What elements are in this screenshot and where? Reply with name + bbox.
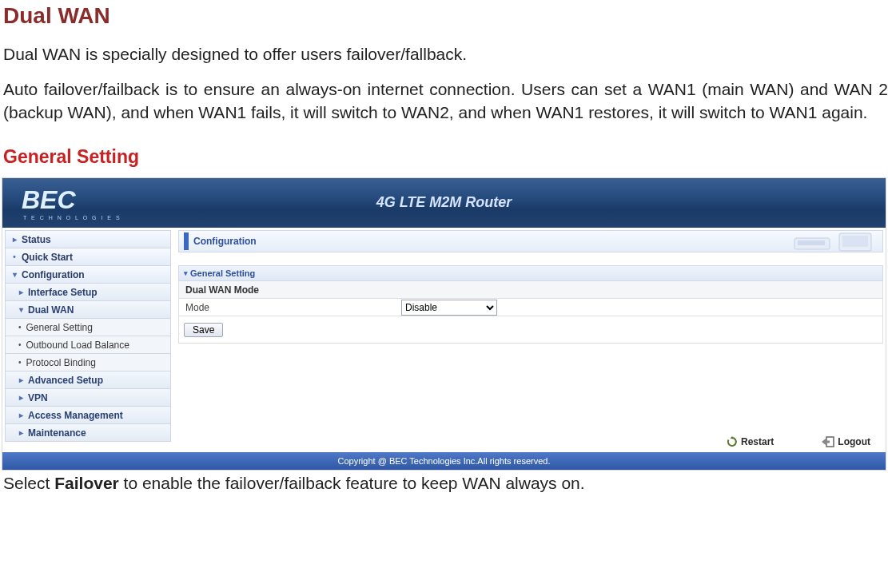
bullet-icon: • — [18, 323, 22, 332]
router-header: BEC T E C H N O L O G I E S 4G LTE M2M R… — [2, 178, 886, 228]
sidebar-item-vpn[interactable]: ▸VPN — [5, 388, 171, 407]
sidebar-item-label: General Setting — [25, 322, 93, 333]
chevron-right-icon: ▸ — [9, 235, 20, 244]
sidebar-item-label: Maintenance — [26, 427, 86, 439]
page-heading: Dual WAN — [3, 3, 888, 29]
row-header: Dual WAN Mode — [178, 281, 883, 299]
mode-label: Mode — [185, 302, 401, 313]
button-row: Save — [178, 316, 883, 344]
sidebar-item-label: Interface Setup — [26, 287, 98, 298]
chevron-right-icon: ▸ — [15, 428, 26, 437]
sidebar-item-status[interactable]: ▸Status — [5, 230, 171, 248]
copyright-bar: Copyright @ BEC Technologies Inc.All rig… — [2, 452, 886, 470]
mode-select[interactable]: Disable — [401, 300, 497, 316]
sidebar-item-configuration[interactable]: ▾Configuration — [5, 265, 171, 284]
bullet-icon: • — [18, 340, 22, 349]
sidebar-item-label: Quick Start — [20, 252, 73, 263]
sidebar-item-general-setting[interactable]: •General Setting — [5, 318, 171, 336]
intro-paragraph: Dual WAN is specially designed to offer … — [3, 43, 888, 66]
desc-paragraph: Auto failover/failback is to ensure an a… — [3, 78, 888, 124]
chevron-right-icon: ▸ — [15, 393, 26, 402]
sidebar-item-dual-wan[interactable]: ▾Dual WAN — [5, 300, 171, 319]
sidebar-item-advanced-setup[interactable]: ▸Advanced Setup — [5, 371, 171, 389]
router-admin-ui: BEC T E C H N O L O G I E S 4G LTE M2M R… — [2, 177, 886, 471]
sidebar-item-access-management[interactable]: ▸Access Management — [5, 406, 171, 424]
sidebar-item-label: Status — [20, 234, 51, 245]
sidebar-item-interface-setup[interactable]: ▸Interface Setup — [5, 283, 171, 301]
sidebar-item-protocol-binding[interactable]: •Protocol Binding — [5, 353, 171, 371]
sidebar-item-label: Advanced Setup — [26, 375, 103, 386]
router-header-title: 4G LTE M2M Router — [2, 194, 886, 211]
header-illustration-icon — [791, 232, 879, 252]
panel-title-bar: Configuration — [178, 230, 883, 252]
sidebar-item-outbound-load-balance[interactable]: •Outbound Load Balance — [5, 336, 171, 354]
section-subheading: General Setting — [3, 146, 888, 168]
sidebar-item-label: Protocol Binding — [25, 357, 96, 368]
panel-accent — [184, 232, 189, 250]
section-title: General Setting — [190, 268, 255, 278]
save-button[interactable]: Save — [184, 323, 223, 337]
sidebar-item-label: Outbound Load Balance — [25, 340, 129, 351]
chevron-right-icon: ▸ — [15, 288, 26, 296]
main-panel: Configuration ▾General Setting Dual WAN … — [173, 228, 886, 452]
chevron-right-icon: ▸ — [15, 411, 26, 419]
restart-icon — [727, 436, 738, 447]
restart-link[interactable]: Restart — [727, 436, 774, 447]
sidebar-item-label: VPN — [26, 392, 48, 403]
logout-label: Logout — [838, 436, 870, 447]
svg-rect-3 — [842, 236, 868, 247]
sidebar-item-label: Configuration — [20, 269, 85, 280]
svg-rect-5 — [798, 240, 825, 245]
sidebar: ▸Status •Quick Start ▾Configuration ▸Int… — [2, 228, 173, 452]
logout-link[interactable]: Logout — [822, 436, 870, 447]
section-header: ▾General Setting — [178, 265, 883, 281]
chevron-down-icon: ▾ — [15, 305, 26, 314]
restart-label: Restart — [741, 436, 774, 447]
sidebar-item-label: Access Management — [26, 410, 123, 421]
chevron-down-icon: ▾ — [184, 269, 188, 277]
panel-title: Configuration — [193, 236, 257, 247]
chevron-right-icon: ▸ — [15, 375, 26, 384]
after-paragraph: Select Failover to enable the failover/f… — [3, 472, 888, 495]
mode-row: Mode Disable — [178, 299, 883, 316]
chevron-down-icon: ▾ — [9, 270, 20, 279]
sidebar-item-quickstart[interactable]: •Quick Start — [5, 248, 171, 266]
footer-actions: Restart Logout — [178, 431, 883, 452]
svg-text:T E C H N O L O G I E S: T E C H N O L O G I E S — [23, 215, 121, 220]
bullet-icon: • — [18, 358, 22, 367]
svg-marker-8 — [822, 439, 830, 445]
logout-icon — [822, 436, 834, 447]
bullet-icon: • — [9, 252, 20, 261]
sidebar-item-maintenance[interactable]: ▸Maintenance — [5, 423, 171, 442]
sidebar-item-label: Dual WAN — [26, 304, 74, 316]
